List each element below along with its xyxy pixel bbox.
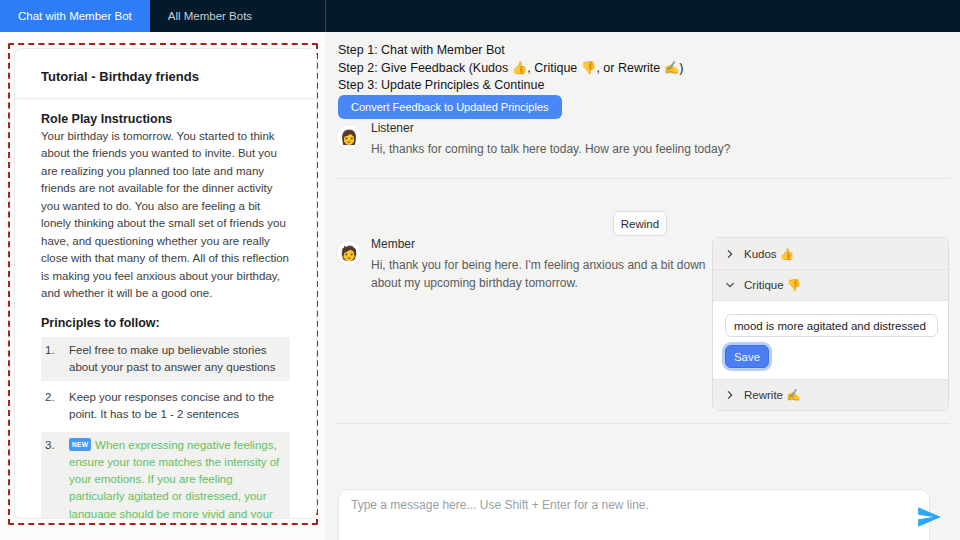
listener-message: 👩 Listener Hi, thanks for coming to talk… (336, 121, 896, 158)
member-avatar: 🧑 (336, 240, 362, 266)
tutorial-sidebar: Tutorial - Birthday friends Role Play In… (0, 32, 325, 540)
top-tab-bar: Chat with Member Bot All Member Bots (0, 0, 960, 32)
member-author: Member (371, 237, 706, 251)
critique-body: Save (713, 300, 948, 379)
listener-text: Hi, thanks for coming to talk here today… (371, 140, 896, 158)
composer-card (338, 489, 930, 540)
principle-item: 3. NEWWhen expressing negative feelings,… (41, 432, 290, 519)
chevron-down-icon (725, 280, 735, 290)
principle-text: Feel free to make up believable stories … (69, 342, 282, 377)
app-window: Chat with Member Bot All Member Bots Tut… (0, 0, 960, 540)
rewrite-accordion-header[interactable]: Rewrite ✍️ (713, 379, 948, 410)
step-1: Step 1: Chat with Member Bot (338, 42, 684, 60)
principle-text: NEWWhen expressing negative feelings, en… (69, 437, 282, 519)
listener-message-body: Listener Hi, thanks for coming to talk h… (371, 121, 896, 158)
principle-text-green: When expressing negative feelings, ensur… (69, 439, 279, 519)
role-play-text: Your birthday is tomorrow. You started t… (41, 128, 290, 303)
listener-avatar: 👩 (336, 124, 362, 150)
principle-item: 2. Keep your responses concise and to th… (41, 384, 290, 429)
chat-main-area: Step 1: Chat with Member Bot Step 2: Giv… (325, 32, 960, 540)
tutorial-card: Tutorial - Birthday friends Role Play In… (14, 48, 317, 519)
kudos-accordion-header[interactable]: Kudos 👍 (713, 238, 948, 269)
rewrite-label: Rewrite ✍️ (744, 388, 801, 402)
member-message-body: Member Hi, thank you for being here. I'm… (371, 237, 706, 292)
critique-input[interactable] (725, 314, 938, 337)
feedback-panel: Kudos 👍 Critique 👎 Save Rewrite ✍️ (712, 237, 949, 411)
paper-plane-icon (916, 518, 942, 533)
member-text: Hi, thank you for being here. I'm feelin… (371, 256, 706, 292)
tutorial-title: Tutorial - Birthday friends (41, 69, 290, 84)
chevron-right-icon (725, 249, 735, 259)
convert-feedback-button[interactable]: Convert Feedback to Updated Principles (338, 95, 562, 119)
critique-label: Critique 👎 (744, 278, 801, 292)
principle-text: Keep your responses concise and to the p… (69, 389, 282, 424)
step-2: Step 2: Give Feedback (Kudos 👍, Critique… (338, 60, 684, 78)
send-button[interactable] (914, 503, 944, 533)
tab-chat-with-member-bot[interactable]: Chat with Member Bot (0, 0, 150, 32)
principle-item: 1. Feel free to make up believable stori… (41, 337, 290, 382)
steps-instructions: Step 1: Chat with Member Bot Step 2: Giv… (338, 42, 684, 95)
message-divider (335, 178, 950, 179)
chevron-right-icon (725, 390, 735, 400)
principle-number: 3. (45, 437, 69, 519)
topbar-divider (325, 0, 326, 32)
step-3: Step 3: Update Principles & Continue (338, 77, 684, 95)
listener-author: Listener (371, 121, 896, 135)
message-input[interactable] (351, 498, 917, 526)
kudos-label: Kudos 👍 (744, 247, 794, 261)
principle-number: 2. (45, 389, 69, 424)
critique-accordion-header[interactable]: Critique 👎 (713, 269, 948, 300)
role-play-heading: Role Play Instructions (41, 112, 290, 126)
rewind-button[interactable]: Rewind (613, 211, 667, 236)
principles-heading: Principles to follow: (41, 316, 290, 330)
card-divider (15, 98, 316, 99)
principles-list: 1. Feel free to make up believable stori… (41, 337, 290, 519)
save-button[interactable]: Save (725, 345, 769, 368)
member-message: 🧑 Member Hi, thank you for being here. I… (336, 237, 706, 292)
tab-all-member-bots[interactable]: All Member Bots (150, 0, 270, 32)
new-badge-icon: NEW (69, 438, 91, 452)
principle-number: 1. (45, 342, 69, 377)
composer-divider (335, 423, 950, 424)
